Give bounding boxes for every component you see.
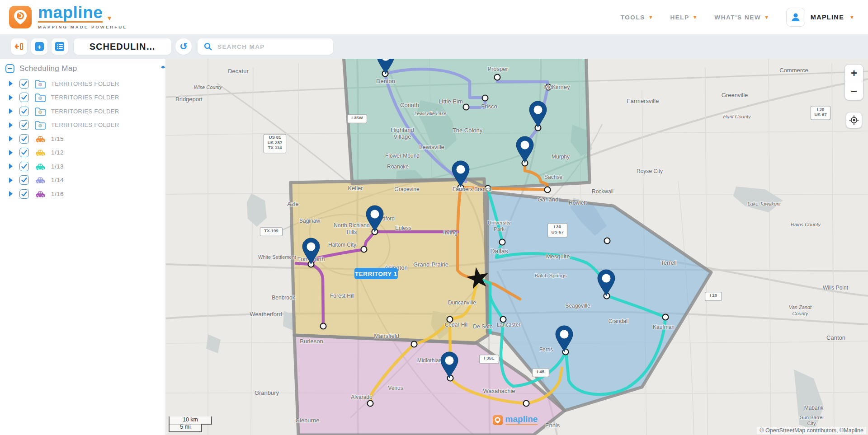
route-stop-dot[interactable] <box>495 75 500 80</box>
sidebar-item-territories-folder[interactable]: TERRITORIES FOLDER <box>0 77 165 91</box>
expand-arrow-icon[interactable] <box>9 191 13 196</box>
svg-text:TERRITORY 1: TERRITORY 1 <box>355 271 397 277</box>
collapse-sidebar-icon <box>14 42 24 51</box>
road-shield: I 35E <box>480 355 499 364</box>
layer-checkbox[interactable] <box>19 148 29 157</box>
map-tree-title: Scheduling Map <box>19 64 77 73</box>
map-label: Crandall <box>609 318 629 324</box>
map-label: Flower Mound <box>385 153 420 159</box>
route-stop-dot[interactable] <box>368 401 373 407</box>
sidebar-item-label: 1/14 <box>51 177 64 183</box>
sidebar-item-territories-folder[interactable]: TERRITORIES FOLDER <box>0 91 165 105</box>
expand-arrow-icon[interactable] <box>9 122 13 128</box>
expand-arrow-icon[interactable] <box>9 164 13 169</box>
map-label: Corinth <box>400 102 419 108</box>
map-label: Mabank <box>804 405 824 411</box>
route-stop-dot[interactable] <box>545 187 551 193</box>
layer-checkbox[interactable] <box>19 93 29 102</box>
map-label: Lake Tawakoni <box>748 201 781 206</box>
route-stop-dot[interactable] <box>604 238 610 244</box>
nav-tools[interactable]: TOOLS▼ <box>621 14 654 21</box>
svg-text:I 35W: I 35W <box>351 115 363 120</box>
svg-text:I 30: I 30 <box>554 224 561 229</box>
route-stop-dot[interactable] <box>411 341 417 347</box>
map-label: Balch Springs <box>535 273 567 278</box>
svg-text:I 45: I 45 <box>537 369 545 374</box>
collapse-sidebar-button[interactable] <box>11 38 27 55</box>
svg-text:US 287: US 287 <box>268 140 283 145</box>
sidebar-item-territories-folder[interactable]: TERRITORIES FOLDER <box>0 104 165 118</box>
map-label: Venus <box>388 385 403 391</box>
nav-help[interactable]: HELP▼ <box>670 14 698 21</box>
expand-arrow-icon[interactable] <box>9 95 13 100</box>
zoom-out-button[interactable]: − <box>845 82 863 100</box>
account-menu[interactable]: MAPLINE ▼ <box>786 8 854 27</box>
map-canvas[interactable]: US 81US 287TX 114I 35WTX 199I 30US 67I 3… <box>166 59 868 435</box>
layer-checkbox[interactable] <box>19 189 29 199</box>
layer-checkbox[interactable] <box>19 120 29 130</box>
map-title-button[interactable]: SCHEDULIN… <box>74 38 171 55</box>
expand-arrow-icon[interactable] <box>9 81 13 86</box>
layer-checkbox[interactable] <box>19 162 29 171</box>
add-button[interactable]: + <box>31 38 47 55</box>
search-map-input[interactable] <box>217 43 327 50</box>
map-label: Wills Point <box>823 285 849 291</box>
map-label: Lewisville <box>419 144 444 150</box>
layer-checkbox[interactable] <box>19 107 29 116</box>
sidebar-item-route-1-16[interactable]: 1/16 <box>0 187 165 201</box>
dataset-table-button[interactable] <box>52 38 68 55</box>
map-label: Wise County <box>194 84 223 90</box>
sidebar-item-route-1-15[interactable]: 1/15 <box>0 132 165 146</box>
mapline-logo[interactable]: mapline ▼ MAPPING MADE POWERFUL <box>9 5 127 29</box>
map-label: Burleson <box>300 338 323 345</box>
territory-1-badge[interactable]: TERRITORY 1 <box>354 268 398 279</box>
sidebar-resize-handle[interactable]: ◂▸ <box>160 63 165 70</box>
map-label: Gun Barrel <box>799 415 823 420</box>
sidebar-item-route-1-13[interactable]: 1/13 <box>0 159 165 173</box>
route-stop-dot[interactable] <box>482 95 488 101</box>
route-stop-dot[interactable] <box>663 314 669 320</box>
map-scale: 10 km 5 mi <box>169 416 212 432</box>
expand-arrow-icon[interactable] <box>9 178 13 183</box>
zoom-in-button[interactable]: + <box>845 65 863 82</box>
map-label: Murphy <box>552 154 570 160</box>
route-stop-dot[interactable] <box>524 401 529 407</box>
nav-caret-icon: ▼ <box>648 14 654 20</box>
road-shield: I 35W <box>348 115 367 123</box>
avatar[interactable] <box>786 8 805 27</box>
layer-checkbox[interactable] <box>19 175 29 185</box>
locate-button[interactable] <box>846 112 862 128</box>
map-label: Azle <box>287 201 298 207</box>
map-label: Rockwall <box>592 188 613 195</box>
map-label: Roanoke <box>387 164 409 170</box>
map-label: Duncanville <box>448 299 476 306</box>
nav-what-s-new[interactable]: WHAT'S NEW▼ <box>714 14 769 21</box>
layer-checkbox[interactable] <box>19 134 29 144</box>
map-label: Kaufman <box>653 324 675 330</box>
logo-caret-icon[interactable]: ▼ <box>106 14 113 23</box>
sidebar-item-route-1-12[interactable]: 1/12 <box>0 146 165 160</box>
route-stop-dot[interactable] <box>463 104 469 110</box>
nav-caret-icon: ▼ <box>693 14 698 20</box>
expand-arrow-icon[interactable] <box>9 108 13 114</box>
history-button[interactable]: ↺ <box>175 38 192 55</box>
map-label: Van Zandt <box>789 304 812 310</box>
expand-arrow-icon[interactable] <box>9 150 13 155</box>
top-nav: TOOLS▼HELP▼WHAT'S NEW▼ MAPLINE ▼ <box>621 8 854 27</box>
map-label: McKinney <box>544 84 570 90</box>
route-stop-dot[interactable] <box>500 239 505 245</box>
map-label: Granbury <box>255 389 279 396</box>
route-stop-dot[interactable] <box>321 323 326 329</box>
map-toolbar: + SCHEDULIN… ↺ <box>0 34 868 59</box>
collapse-map-tree-icon[interactable] <box>5 64 14 73</box>
sidebar-item-territories-folder[interactable]: TERRITORIES FOLDER <box>0 118 165 132</box>
map-label: Benbrook <box>272 295 295 301</box>
map-viewport[interactable]: US 81US 287TX 114I 35WTX 199I 30US 67I 3… <box>166 59 868 435</box>
map-label: Commerce <box>779 67 808 74</box>
expand-arrow-icon[interactable] <box>9 136 13 141</box>
map-label: Lancaster <box>497 322 521 328</box>
route-stop-dot[interactable] <box>361 247 367 253</box>
sidebar-item-route-1-14[interactable]: 1/14 <box>0 173 165 187</box>
layer-checkbox[interactable] <box>19 79 29 89</box>
territories-folder-icon <box>34 107 46 116</box>
